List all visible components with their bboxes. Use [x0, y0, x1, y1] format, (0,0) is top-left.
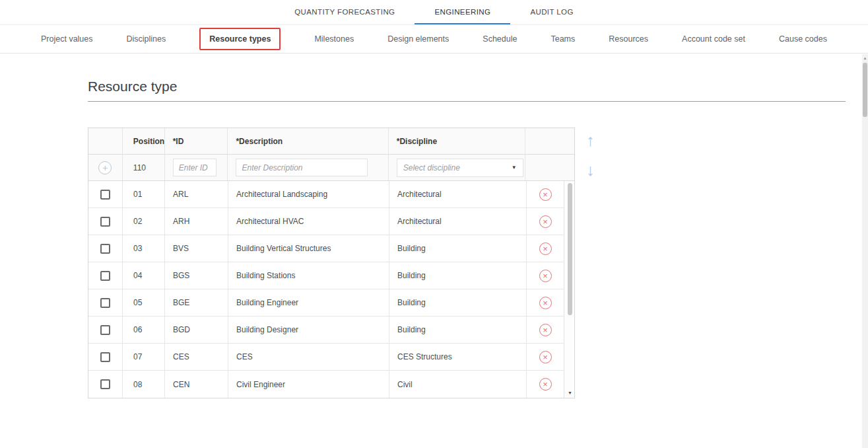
- id-input[interactable]: [173, 159, 217, 176]
- cell-description: Architectural Landscaping: [228, 181, 389, 207]
- cell-position: 07: [123, 344, 165, 370]
- subnav-item-design-elements[interactable]: Design elements: [387, 34, 449, 44]
- cell-description: Building Engineer: [228, 289, 389, 316]
- row-checkbox[interactable]: [100, 379, 110, 389]
- delete-row-icon[interactable]: ×: [539, 297, 552, 309]
- cell-id: BGS: [165, 262, 228, 289]
- table-row: 07 CES CES CES Structures ×: [88, 344, 564, 371]
- add-row-icon[interactable]: +: [98, 161, 112, 174]
- cell-position: 04: [123, 262, 165, 289]
- page-scrollbar-thumb[interactable]: [863, 63, 867, 117]
- move-down-icon[interactable]: ↓: [586, 162, 595, 178]
- tab-engineering[interactable]: ENGINEERING: [415, 0, 510, 24]
- cell-id: CES: [165, 344, 228, 370]
- table-scrollbar[interactable]: ▼: [564, 181, 574, 398]
- title-divider: [88, 101, 846, 102]
- subnav-item-cause-codes[interactable]: Cause codes: [779, 34, 827, 44]
- cell-position: 01: [123, 181, 165, 207]
- delete-row-icon[interactable]: ×: [539, 324, 552, 336]
- row-checkbox[interactable]: [100, 298, 110, 308]
- subnav-item-disciplines[interactable]: Disciplines: [127, 34, 166, 44]
- cell-id: BGE: [165, 289, 228, 316]
- delete-row-icon[interactable]: ×: [539, 243, 552, 255]
- table-scroll-down-icon[interactable]: ▼: [564, 391, 576, 396]
- page-title: Resource type: [88, 79, 177, 94]
- cell-position: 03: [123, 235, 165, 262]
- delete-row-icon[interactable]: ×: [539, 215, 552, 228]
- cell-description: CES: [228, 344, 389, 370]
- subnav-item-teams[interactable]: Teams: [551, 34, 575, 44]
- cell-discipline: Architectural: [389, 181, 527, 207]
- table-header-row: Position *ID *Description *Discipline: [88, 128, 574, 155]
- row-checkbox[interactable]: [100, 217, 110, 227]
- chevron-down-icon: ▼: [512, 165, 517, 170]
- subnav-item-resource-types[interactable]: Resource types: [199, 28, 281, 50]
- table-row: 01 ARL Architectural Landscaping Archite…: [88, 181, 564, 208]
- top-nav: QUANTITY FORECASTING ENGINEERING AUDIT L…: [0, 0, 868, 25]
- cell-id: BVS: [165, 235, 228, 262]
- table-row: 04 BGS Building Stations Building ×: [88, 262, 564, 289]
- tab-audit-log[interactable]: AUDIT LOG: [510, 0, 593, 24]
- row-checkbox[interactable]: [100, 190, 110, 200]
- cell-position: 05: [123, 289, 165, 316]
- table-row: 02 ARH Architectural HVAC Architectural …: [88, 208, 564, 235]
- header-description: *Description: [228, 128, 388, 154]
- cell-description: Civil Engineer: [228, 371, 389, 398]
- header-position: Position: [123, 128, 165, 154]
- table-row: 06 BGD Building Designer Building ×: [88, 317, 564, 344]
- delete-row-icon[interactable]: ×: [539, 351, 552, 363]
- cell-discipline: Civil: [389, 371, 527, 398]
- discipline-select-placeholder: Select discipline: [403, 163, 460, 172]
- resource-type-table: Position *ID *Description *Discipline + …: [88, 128, 575, 398]
- cell-position: 08: [123, 371, 165, 398]
- delete-row-icon[interactable]: ×: [539, 270, 552, 282]
- cell-description: Building Vertical Structures: [228, 235, 389, 262]
- cell-discipline: Building: [389, 289, 527, 316]
- subnav-item-schedule[interactable]: Schedule: [483, 34, 517, 44]
- header-select-column: [88, 128, 123, 154]
- header-actions-column: [525, 128, 574, 154]
- table-row: 03 BVS Building Vertical Structures Buil…: [88, 235, 564, 262]
- row-checkbox[interactable]: [100, 244, 110, 254]
- delete-row-icon[interactable]: ×: [539, 188, 552, 201]
- row-checkbox[interactable]: [100, 271, 110, 281]
- cell-discipline: Building: [389, 317, 527, 343]
- page-scrollbar[interactable]: ▲: [862, 54, 868, 448]
- page-scroll-up-icon[interactable]: ▲: [862, 55, 868, 61]
- table-row: 08 CEN Civil Engineer Civil ×: [88, 371, 564, 398]
- move-up-icon[interactable]: ↑: [586, 132, 595, 149]
- tab-quantity-forecasting[interactable]: QUANTITY FORECASTING: [275, 0, 415, 24]
- subnav-item-resources[interactable]: Resources: [609, 34, 648, 44]
- cell-position: 02: [123, 208, 165, 235]
- cell-discipline: CES Structures: [389, 344, 527, 370]
- cell-position: 06: [123, 317, 165, 343]
- sub-nav: Project values Disciplines Resource type…: [0, 25, 868, 54]
- cell-id: BGD: [165, 317, 228, 343]
- cell-id: ARH: [165, 208, 228, 235]
- table-body: 01 ARL Architectural Landscaping Archite…: [88, 181, 564, 398]
- add-row: + 110 Select discipline ▼: [88, 155, 574, 181]
- subnav-item-account-code-set[interactable]: Account code set: [682, 34, 745, 44]
- row-checkbox[interactable]: [100, 352, 110, 362]
- subnav-item-milestones[interactable]: Milestones: [314, 34, 354, 44]
- cell-discipline: Architectural: [389, 208, 527, 235]
- header-id: *ID: [165, 128, 228, 154]
- cell-description: Building Designer: [228, 317, 389, 343]
- header-discipline: *Discipline: [389, 128, 525, 154]
- cell-id: CEN: [165, 371, 228, 398]
- subnav-item-project-values[interactable]: Project values: [41, 34, 93, 44]
- cell-discipline: Building: [389, 235, 527, 262]
- cell-description: Building Stations: [228, 262, 389, 289]
- description-input[interactable]: [236, 159, 368, 176]
- table-row: 05 BGE Building Engineer Building ×: [88, 289, 564, 317]
- table-scrollbar-thumb[interactable]: [568, 183, 572, 315]
- cell-description: Architectural HVAC: [228, 208, 389, 235]
- delete-row-icon[interactable]: ×: [539, 378, 552, 391]
- row-checkbox[interactable]: [100, 325, 110, 335]
- cell-discipline: Building: [389, 262, 527, 289]
- discipline-select[interactable]: Select discipline ▼: [397, 159, 523, 177]
- cell-id: ARL: [165, 181, 228, 207]
- add-row-position: 110: [123, 155, 165, 180]
